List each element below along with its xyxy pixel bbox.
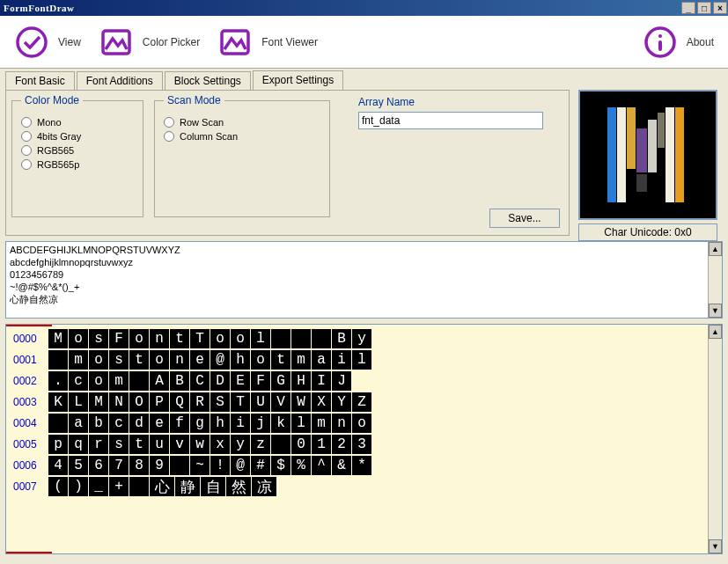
glyph-cell[interactable]: o xyxy=(129,329,149,348)
glyph-cell[interactable]: i xyxy=(231,414,250,433)
glyph-cell[interactable]: n xyxy=(332,414,351,433)
glyph-cell[interactable]: t xyxy=(170,329,189,348)
glyph-cell[interactable]: l xyxy=(291,414,311,433)
glyph-cell[interactable]: z xyxy=(251,435,270,454)
glyph-cell[interactable]: K xyxy=(48,392,68,412)
radio-rgb565p[interactable]: RGB565p xyxy=(21,159,134,170)
glyph-cell[interactable]: & xyxy=(332,456,351,475)
glyph-cell[interactable]: g xyxy=(190,414,210,433)
radio-mono[interactable]: Mono xyxy=(21,117,134,128)
tab-font-basic[interactable]: Font Basic xyxy=(5,71,75,91)
radio-column-scan[interactable]: Column Scan xyxy=(164,131,320,142)
glyph-cell[interactable]: y xyxy=(231,435,250,454)
glyph-cell[interactable]: O xyxy=(129,392,149,412)
glyph-cell[interactable]: M xyxy=(89,392,108,412)
glyph-cell[interactable]: W xyxy=(291,392,311,412)
glyph-cell[interactable]: o xyxy=(210,329,230,348)
glyph-cell[interactable]: 静 xyxy=(175,477,200,496)
tab-export-settings[interactable]: Export Settings xyxy=(253,70,343,90)
scroll-down-icon[interactable]: ▼ xyxy=(709,539,722,553)
glyph-cell[interactable]: x xyxy=(210,435,230,454)
glyph-cell[interactable]: o xyxy=(352,414,371,433)
about-button[interactable]: About xyxy=(636,21,721,63)
glyph-cell[interactable]: 自 xyxy=(201,477,225,496)
glyph-cell[interactable]: 5 xyxy=(69,456,88,475)
glyph-cell[interactable]: Q xyxy=(170,392,189,412)
glyph-cell[interactable]: m xyxy=(69,350,88,370)
glyph-cell[interactable]: R xyxy=(190,392,210,412)
glyph-cell[interactable]: 1 xyxy=(312,435,331,454)
color-picker-button[interactable]: Color Picker xyxy=(92,21,207,63)
glyph-cell[interactable]: S xyxy=(210,392,230,412)
glyph-cell[interactable]: $ xyxy=(271,456,290,475)
glyph-cell[interactable]: s xyxy=(109,350,129,370)
glyph-cell[interactable]: s xyxy=(89,329,108,348)
glyph-cell[interactable]: ^ xyxy=(312,456,331,475)
glyph-cell[interactable]: w xyxy=(190,435,210,454)
glyph-cell[interactable]: y xyxy=(352,329,371,348)
font-viewer-button[interactable]: Font Viewer xyxy=(210,21,325,63)
textarea-scrollbar[interactable]: ▲ ▼ xyxy=(708,242,722,318)
glyph-cell[interactable]: l xyxy=(352,350,371,370)
glyph-cell[interactable]: C xyxy=(190,371,210,391)
glyph-cell[interactable]: d xyxy=(129,414,149,433)
glyph-cell[interactable]: P xyxy=(150,392,169,412)
minimize-button[interactable]: _ xyxy=(681,2,695,14)
glyph-cell[interactable]: * xyxy=(352,456,371,475)
glyph-cell[interactable]: o xyxy=(89,350,108,370)
glyph-cell[interactable]: o xyxy=(231,329,250,348)
glyph-cell[interactable]: B xyxy=(332,329,351,348)
glyph-cell[interactable]: J xyxy=(332,371,351,391)
glyph-cell[interactable]: ) xyxy=(69,477,88,496)
glyph-cell[interactable]: u xyxy=(150,435,169,454)
glyph-cell[interactable]: A xyxy=(150,371,169,391)
scroll-track[interactable] xyxy=(709,256,722,304)
glyph-cell[interactable]: Y xyxy=(332,392,351,412)
glyph-cell[interactable]: n xyxy=(170,350,189,370)
glyph-cell[interactable]: X xyxy=(312,392,331,412)
glyph-cell[interactable]: U xyxy=(251,392,270,412)
glyph-cell[interactable] xyxy=(271,329,290,348)
glyph-cell[interactable]: n xyxy=(150,329,169,348)
glyph-cell[interactable]: c xyxy=(109,414,129,433)
glyph-cell[interactable]: L xyxy=(69,392,88,412)
glyph-cell[interactable]: V xyxy=(271,392,290,412)
glyph-cell[interactable]: T xyxy=(231,392,250,412)
glyph-cell[interactable]: j xyxy=(251,414,270,433)
character-list-textarea[interactable]: ABCDEFGHIJKLMNOPQRSTUVWXYZ abcdefghijklm… xyxy=(5,241,723,319)
glyph-cell[interactable]: B xyxy=(170,371,189,391)
glyph-cell[interactable]: N xyxy=(109,392,129,412)
glyph-cell[interactable]: Z xyxy=(352,392,371,412)
tab-block-settings[interactable]: Block Settings xyxy=(165,71,251,91)
glyph-cell[interactable]: v xyxy=(170,435,189,454)
view-button[interactable]: View xyxy=(7,21,88,63)
glyph-cell[interactable]: % xyxy=(291,456,311,475)
glyph-cell[interactable]: 3 xyxy=(352,435,371,454)
glyph-cell[interactable]: m xyxy=(109,371,129,391)
glyph-cell[interactable]: D xyxy=(210,371,230,391)
radio-rgb565[interactable]: RGB565 xyxy=(21,145,134,156)
glyph-cell[interactable] xyxy=(48,350,68,370)
glyph-cell[interactable]: o xyxy=(69,329,88,348)
glyph-cell[interactable]: h xyxy=(210,414,230,433)
glyph-cell[interactable] xyxy=(271,435,290,454)
glyph-cell[interactable]: 0 xyxy=(291,435,311,454)
glyph-cell[interactable]: e xyxy=(190,350,210,370)
glyph-cell[interactable]: a xyxy=(312,350,331,370)
glyph-cell[interactable] xyxy=(129,477,149,496)
glyph-cell[interactable]: 6 xyxy=(89,456,108,475)
glyph-cell[interactable]: . xyxy=(48,371,68,391)
glyph-cell[interactable]: l xyxy=(251,329,270,348)
scroll-track[interactable] xyxy=(709,339,722,539)
glyph-cell[interactable]: _ xyxy=(89,477,108,496)
glyph-cell[interactable]: @ xyxy=(210,350,230,370)
glyph-cell[interactable]: k xyxy=(271,414,290,433)
radio-4bits-gray[interactable]: 4bits Gray xyxy=(21,131,134,142)
glyph-cell[interactable]: s xyxy=(109,435,129,454)
glyph-cell[interactable]: T xyxy=(190,329,210,348)
glyph-cell[interactable]: H xyxy=(291,371,311,391)
glyph-cell[interactable] xyxy=(170,456,189,475)
glyph-cell[interactable] xyxy=(129,371,149,391)
glyph-cell[interactable] xyxy=(48,414,68,433)
tab-font-additions[interactable]: Font Additions xyxy=(77,71,163,91)
